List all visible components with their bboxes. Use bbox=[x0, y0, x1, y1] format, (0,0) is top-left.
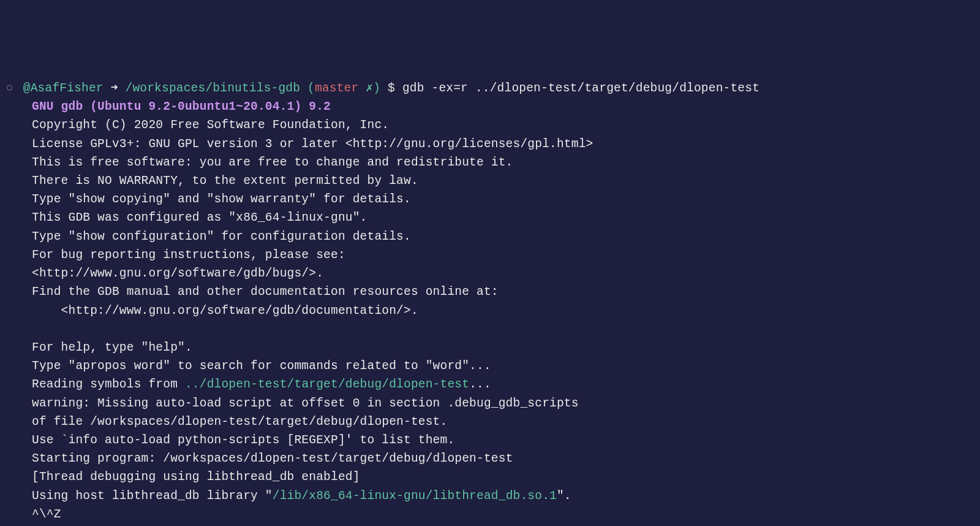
using-host-suffix: ". bbox=[557, 489, 571, 503]
arrow-icon: ➜ bbox=[111, 82, 118, 95]
command-text: gdb -ex=r ../dlopen-test/target/debug/dl… bbox=[402, 82, 760, 95]
copyright-line: Copyright (C) 2020 Free Software Foundat… bbox=[6, 118, 389, 132]
warning-line: warning: Missing auto-load script at off… bbox=[6, 397, 579, 410]
git-branch: master bbox=[315, 82, 358, 95]
thread-debug-line: [Thread debugging using libthread_db ena… bbox=[6, 470, 360, 484]
use-info-line: Use `info auto-load python-scripts [REGE… bbox=[6, 433, 454, 447]
empty-line bbox=[6, 322, 32, 336]
prompt-line: ○ @AsafFisher ➜ /workspaces/binutils-gdb… bbox=[6, 82, 760, 95]
no-warranty-line: There is NO WARRANTY, to the extent perm… bbox=[6, 174, 418, 188]
show-config-line: Type "show configuration" for configurat… bbox=[6, 230, 411, 243]
paren-close: ) bbox=[373, 82, 380, 95]
libthread-path: /lib/x86_64-linux-gnu/libthread_db.so.1 bbox=[273, 489, 557, 503]
terminal-output[interactable]: ○ @AsafFisher ➜ /workspaces/binutils-gdb… bbox=[6, 79, 974, 526]
configured-line: This GDB was configured as "x86_64-linux… bbox=[6, 211, 368, 224]
reading-suffix: ... bbox=[469, 378, 491, 391]
of-file-line: of file /workspaces/dlopen-test/target/d… bbox=[6, 415, 447, 429]
starting-line: Starting program: /workspaces/dlopen-tes… bbox=[6, 452, 513, 465]
prompt-dollar: $ bbox=[388, 82, 395, 95]
prompt-user: @AsafFisher bbox=[23, 82, 104, 95]
using-host-line: Using host libthread_db library "/lib/x8… bbox=[6, 489, 571, 503]
docs-url-line: <http://www.gnu.org/software/gdb/documen… bbox=[6, 304, 418, 318]
reading-path: ../dlopen-test/target/debug/dlopen-test bbox=[185, 378, 469, 391]
license-line: License GPLv3+: GNU GPL version 3 or lat… bbox=[6, 137, 593, 151]
status-circle-icon: ○ bbox=[6, 82, 13, 95]
find-manual-line: Find the GDB manual and other documentat… bbox=[6, 285, 499, 299]
prompt-cwd: /workspaces/binutils-gdb bbox=[126, 82, 301, 95]
paren-open: ( bbox=[307, 82, 315, 95]
free-software-line: This is free software: you are free to c… bbox=[6, 156, 513, 169]
gdb-version: GNU gdb (Ubuntu 9.2-0ubuntu1~20.04.1) 9.… bbox=[6, 100, 331, 113]
bugs-url-line: <http://www.gnu.org/software/gdb/bugs/>. bbox=[6, 267, 323, 280]
git-dirty-icon: ✗ bbox=[366, 82, 373, 95]
apropos-line: Type "apropos word" to search for comman… bbox=[6, 359, 491, 373]
using-host-prefix: Using host libthread_db library " bbox=[32, 489, 273, 503]
reading-prefix: Reading symbols from bbox=[32, 378, 185, 391]
for-help-line: For help, type "help". bbox=[6, 341, 192, 354]
ctrl-sequence-1: ^\^Z bbox=[6, 508, 61, 521]
bug-report-line: For bug reporting instructions, please s… bbox=[6, 248, 345, 262]
show-copying-line: Type "show copying" and "show warranty" … bbox=[6, 192, 411, 206]
reading-symbols-line: Reading symbols from ../dlopen-test/targ… bbox=[6, 378, 491, 391]
